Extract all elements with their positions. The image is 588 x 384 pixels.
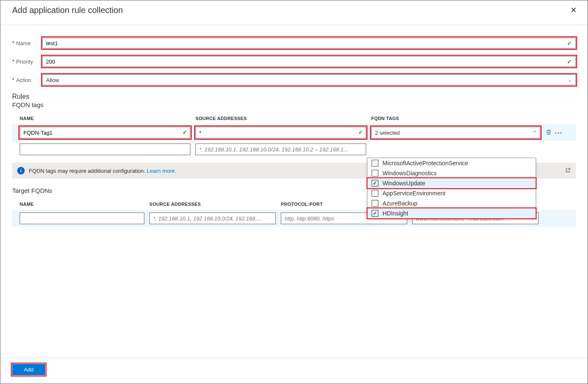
close-icon[interactable]: ✕ <box>567 4 580 16</box>
checkmark-icon: ✓ <box>358 129 363 136</box>
checkmark-icon: ✓ <box>567 59 572 65</box>
field-priority: *Priority ✓ <box>12 56 576 67</box>
add-button[interactable]: Add <box>12 364 45 375</box>
priority-input[interactable] <box>42 56 576 67</box>
name-input[interactable] <box>42 38 576 49</box>
fqdn-tags-select[interactable]: 2 selected ⌃ <box>371 127 540 138</box>
notice-text: FQDN tags may require additional configu… <box>29 168 176 174</box>
dropdown-option[interactable]: AzureBackup <box>367 198 536 208</box>
rules-heading: Rules <box>12 93 576 100</box>
fqdn-tags-dropdown: MicrosoftActiveProtectionService Windows… <box>367 158 536 219</box>
checkbox-icon <box>372 170 378 177</box>
fqdn-row: ✓ ✓ 2 selected ⌃ ⋯ <box>12 124 576 141</box>
external-link-icon[interactable] <box>565 167 571 174</box>
fqdn-source-input[interactable] <box>195 127 366 138</box>
fqdn-headers: NAME SOURCE ADDRESSES FQDN TAGS <box>12 116 576 121</box>
fqdn-name-input-empty[interactable] <box>20 143 190 155</box>
more-icon[interactable]: ⋯ <box>555 128 562 137</box>
name-label: *Name <box>12 40 42 46</box>
action-select[interactable]: Allow <box>42 74 576 85</box>
fqdn-tags-heading: FQDN tags <box>12 101 576 108</box>
col-source: SOURCE ADDRESSES <box>195 116 371 121</box>
dropdown-option[interactable]: WindowsDiagnostics <box>367 168 536 178</box>
dropdown-option[interactable]: MicrosoftActiveProtectionService <box>367 158 536 168</box>
col-tags: FQDN TAGS <box>371 116 568 121</box>
checkbox-icon <box>372 160 378 166</box>
checkbox-checked-icon <box>372 210 378 217</box>
col-name: NAME <box>20 116 195 121</box>
field-action: *Action Allow ⌄ <box>12 74 576 85</box>
checkbox-icon <box>372 190 378 197</box>
col-source: SOURCE ADDRESSES <box>149 202 281 207</box>
target-name-input[interactable] <box>20 212 144 224</box>
fqdn-empty-row <box>12 141 576 158</box>
dialog-header: Add application rule collection ✕ <box>0 0 588 25</box>
chevron-up-icon: ⌃ <box>533 130 537 136</box>
checkbox-icon <box>372 200 378 207</box>
priority-label: *Priority <box>12 58 42 65</box>
checkbox-checked-icon <box>372 180 378 187</box>
dropdown-option[interactable]: HDInsight <box>367 208 536 218</box>
action-label: *Action <box>12 77 42 83</box>
dropdown-option[interactable]: AppServiceEnvironment <box>367 188 536 198</box>
col-name: NAME <box>20 202 149 207</box>
trash-icon[interactable] <box>545 129 552 137</box>
fqdn-source-input-empty[interactable] <box>195 143 366 155</box>
target-source-input[interactable] <box>149 212 276 224</box>
checkmark-icon: ✓ <box>567 40 572 46</box>
dialog-title: Add application rule collection <box>12 5 123 15</box>
learn-more-link[interactable]: Learn more. <box>147 168 176 174</box>
checkmark-icon: ✓ <box>182 129 187 136</box>
dialog-footer: Add <box>0 358 588 384</box>
info-icon: i <box>17 167 25 174</box>
fqdn-name-input[interactable] <box>20 127 190 138</box>
dropdown-option[interactable]: WindowsUpdate <box>367 178 536 188</box>
field-name: *Name ✓ <box>12 38 576 49</box>
